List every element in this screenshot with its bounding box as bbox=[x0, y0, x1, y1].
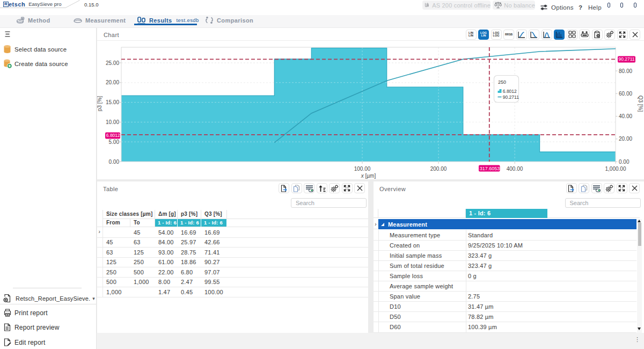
svg-text:20.00: 20.00 bbox=[106, 79, 119, 85]
svg-text:Q3 [%]: Q3 [%] bbox=[638, 96, 643, 112]
svg-text:250: 250 bbox=[498, 79, 506, 85]
svg-text:0.00: 0.00 bbox=[619, 159, 630, 165]
svg-text:200.00: 200.00 bbox=[430, 166, 447, 172]
svg-text:400.00: 400.00 bbox=[507, 166, 523, 172]
svg-text:p3 [%]: p3 [%] bbox=[97, 96, 103, 112]
svg-text:25.00: 25.00 bbox=[106, 60, 119, 66]
svg-text:20.00: 20.00 bbox=[619, 136, 632, 142]
svg-text:15.00: 15.00 bbox=[106, 99, 119, 105]
svg-text:10.00: 10.00 bbox=[106, 119, 119, 125]
svg-text:6.8012: 6.8012 bbox=[106, 133, 120, 138]
svg-text:90.2711: 90.2711 bbox=[503, 94, 519, 100]
svg-text:5.00: 5.00 bbox=[109, 139, 120, 145]
svg-text:90.2711: 90.2711 bbox=[619, 56, 635, 62]
svg-text:x [µm]: x [µm] bbox=[361, 173, 376, 179]
svg-text:6.8012: 6.8012 bbox=[503, 89, 517, 94]
svg-text:0.00: 0.00 bbox=[109, 159, 120, 165]
svg-text:100.00: 100.00 bbox=[354, 166, 371, 172]
svg-text:317.6053: 317.6053 bbox=[480, 166, 500, 171]
svg-text:40.00: 40.00 bbox=[619, 113, 632, 119]
svg-text:80.00: 80.00 bbox=[619, 68, 632, 74]
svg-text:1,000.00: 1,000.00 bbox=[605, 166, 626, 172]
svg-text:60.00: 60.00 bbox=[619, 91, 632, 97]
